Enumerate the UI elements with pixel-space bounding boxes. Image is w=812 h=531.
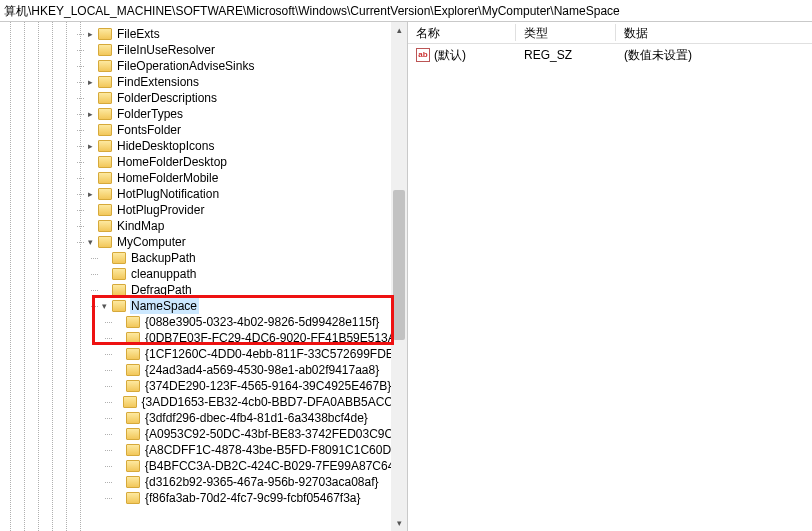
tree-node[interactable]: NameSpace bbox=[0, 298, 407, 314]
tree-node-label: HomeFolderDesktop bbox=[116, 154, 229, 170]
folder-icon bbox=[98, 236, 112, 248]
tree-node-label: FolderDescriptions bbox=[116, 90, 219, 106]
tree-spacer bbox=[112, 396, 121, 408]
folder-icon bbox=[98, 156, 112, 168]
tree-node[interactable]: HotPlugProvider bbox=[0, 202, 407, 218]
chevron-right-icon[interactable] bbox=[84, 108, 96, 120]
folder-icon bbox=[126, 348, 140, 360]
tree-node-label: {A0953C92-50DC-43bf-BE83-3742FED03C9C} bbox=[144, 426, 399, 442]
column-header-data[interactable]: 数据 bbox=[616, 22, 812, 43]
tree-spacer bbox=[84, 172, 96, 184]
tree-spacer bbox=[84, 124, 96, 136]
folder-icon bbox=[126, 476, 140, 488]
tree-node-label: FileOperationAdviseSinks bbox=[116, 58, 256, 74]
tree-node-label: FolderTypes bbox=[116, 106, 185, 122]
tree-node-label: {f86fa3ab-70d2-4fc7-9c99-fcbf05467f3a} bbox=[144, 490, 363, 506]
tree-node[interactable]: {374DE290-123F-4565-9164-39C4925E467B} bbox=[0, 378, 407, 394]
folder-icon bbox=[112, 284, 126, 296]
tree-node[interactable]: KindMap bbox=[0, 218, 407, 234]
folder-icon bbox=[126, 492, 140, 504]
tree-node[interactable]: HideDesktopIcons bbox=[0, 138, 407, 154]
chevron-down-icon[interactable] bbox=[84, 236, 96, 248]
tree-node[interactable]: {A8CDFF1C-4878-43be-B5FD-F8091C1C60D0} bbox=[0, 442, 407, 458]
tree-spacer bbox=[112, 332, 124, 344]
folder-icon bbox=[112, 300, 126, 312]
folder-icon bbox=[98, 188, 112, 200]
tree-node[interactable]: HomeFolderMobile bbox=[0, 170, 407, 186]
folder-icon bbox=[98, 140, 112, 152]
chevron-right-icon[interactable] bbox=[84, 76, 96, 88]
tree-node[interactable]: cleanuppath bbox=[0, 266, 407, 282]
tree-scrollbar[interactable]: ▴ ▾ bbox=[391, 22, 407, 531]
tree-node[interactable]: HotPlugNotification bbox=[0, 186, 407, 202]
values-header: 名称 类型 数据 bbox=[408, 22, 812, 44]
tree-node-label: HotPlugNotification bbox=[116, 186, 221, 202]
tree-node[interactable]: {A0953C92-50DC-43bf-BE83-3742FED03C9C} bbox=[0, 426, 407, 442]
tree-node-label: FontsFolder bbox=[116, 122, 183, 138]
tree-node[interactable]: HomeFolderDesktop bbox=[0, 154, 407, 170]
folder-icon bbox=[126, 364, 140, 376]
tree-node[interactable]: BackupPath bbox=[0, 250, 407, 266]
chevron-down-icon[interactable] bbox=[98, 300, 110, 312]
tree-node-label: {1CF1260C-4DD0-4ebb-811F-33C572699FDE} bbox=[144, 346, 400, 362]
tree-node[interactable]: FontsFolder bbox=[0, 122, 407, 138]
tree-node[interactable]: MyComputer bbox=[0, 234, 407, 250]
value-data: (数值未设置) bbox=[616, 46, 812, 64]
tree-spacer bbox=[112, 476, 124, 488]
folder-icon bbox=[126, 332, 140, 344]
tree-node[interactable]: FileExts bbox=[0, 26, 407, 42]
folder-icon bbox=[126, 380, 140, 392]
tree-node-label: FileInUseResolver bbox=[116, 42, 217, 58]
tree-node[interactable]: {24ad3ad4-a569-4530-98e1-ab02f9417aa8} bbox=[0, 362, 407, 378]
tree-spacer bbox=[112, 492, 124, 504]
tree-spacer bbox=[112, 428, 124, 440]
tree-node-label: {374DE290-123F-4565-9164-39C4925E467B} bbox=[144, 378, 393, 394]
tree-node[interactable]: {d3162b92-9365-467a-956b-92703aca08af} bbox=[0, 474, 407, 490]
folder-icon bbox=[98, 60, 112, 72]
tree-node-label: MyComputer bbox=[116, 234, 188, 250]
tree-node-label: NameSpace bbox=[130, 298, 199, 314]
tree-node[interactable]: FolderTypes bbox=[0, 106, 407, 122]
tree-node-label: cleanuppath bbox=[130, 266, 198, 282]
address-bar[interactable]: 算机\HKEY_LOCAL_MACHINE\SOFTWARE\Microsoft… bbox=[0, 0, 812, 22]
chevron-right-icon[interactable] bbox=[84, 140, 96, 152]
column-header-type[interactable]: 类型 bbox=[516, 22, 616, 43]
chevron-right-icon[interactable] bbox=[84, 188, 96, 200]
folder-icon bbox=[112, 252, 126, 264]
tree-node[interactable]: {f86fa3ab-70d2-4fc7-9c99-fcbf05467f3a} bbox=[0, 490, 407, 506]
folder-icon bbox=[98, 76, 112, 88]
tree-node-label: BackupPath bbox=[130, 250, 198, 266]
tree-node-label: HomeFolderMobile bbox=[116, 170, 220, 186]
tree-node-label: {3ADD1653-EB32-4cb0-BBD7-DFA0ABB5ACCA} bbox=[141, 394, 407, 410]
values-pane[interactable]: 名称 类型 数据 ab(默认)REG_SZ(数值未设置) bbox=[408, 22, 812, 531]
tree-node[interactable]: FindExtensions bbox=[0, 74, 407, 90]
tree-node[interactable]: {B4BFCC3A-DB2C-424C-B029-7FE99A87C641} bbox=[0, 458, 407, 474]
tree-node-label: HotPlugProvider bbox=[116, 202, 206, 218]
tree-spacer bbox=[112, 348, 124, 360]
scroll-thumb[interactable] bbox=[393, 190, 405, 340]
tree-spacer bbox=[98, 252, 110, 264]
scroll-down-button[interactable]: ▾ bbox=[391, 515, 407, 531]
string-value-icon: ab bbox=[416, 48, 430, 62]
tree-node[interactable]: DefragPath bbox=[0, 282, 407, 298]
folder-icon bbox=[112, 268, 126, 280]
chevron-right-icon[interactable] bbox=[84, 28, 96, 40]
tree-node[interactable]: FileInUseResolver bbox=[0, 42, 407, 58]
tree-node-label: KindMap bbox=[116, 218, 166, 234]
folder-icon bbox=[126, 412, 140, 424]
tree-node[interactable]: {088e3905-0323-4b02-9826-5d99428e115f} bbox=[0, 314, 407, 330]
tree-node-label: {B4BFCC3A-DB2C-424C-B029-7FE99A87C641} bbox=[144, 458, 407, 474]
tree-node[interactable]: {0DB7E03F-FC29-4DC6-9020-FF41B59E513A} bbox=[0, 330, 407, 346]
column-header-name[interactable]: 名称 bbox=[408, 22, 516, 43]
value-row[interactable]: ab(默认)REG_SZ(数值未设置) bbox=[408, 46, 812, 64]
scroll-up-button[interactable]: ▴ bbox=[391, 22, 407, 38]
tree-node[interactable]: {3ADD1653-EB32-4cb0-BBD7-DFA0ABB5ACCA} bbox=[0, 394, 407, 410]
folder-icon bbox=[98, 92, 112, 104]
folder-icon bbox=[98, 124, 112, 136]
tree-node[interactable]: FileOperationAdviseSinks bbox=[0, 58, 407, 74]
tree-node[interactable]: {1CF1260C-4DD0-4ebb-811F-33C572699FDE} bbox=[0, 346, 407, 362]
folder-icon bbox=[98, 172, 112, 184]
tree-node[interactable]: FolderDescriptions bbox=[0, 90, 407, 106]
tree-pane[interactable]: FileExtsFileInUseResolverFileOperationAd… bbox=[0, 22, 408, 531]
tree-node[interactable]: {3dfdf296-dbec-4fb4-81d1-6a3438bcf4de} bbox=[0, 410, 407, 426]
